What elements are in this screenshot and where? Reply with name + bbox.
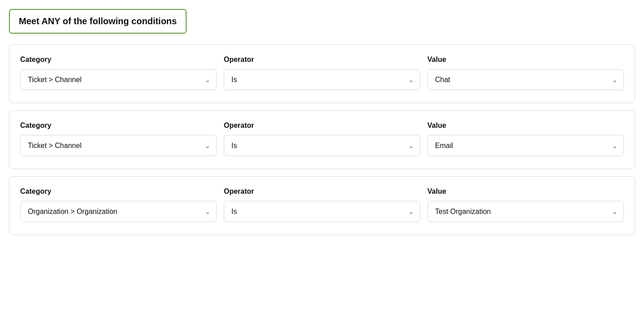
category-field-2: Category Ticket > ChannelOrganization > … xyxy=(20,122,217,156)
category-select-3[interactable]: Ticket > ChannelOrganization > Organizat… xyxy=(20,201,217,222)
value-select-1[interactable]: ChatEmailTest Organization xyxy=(427,69,624,90)
value-field-3: Value ChatEmailTest Organization ⌄ xyxy=(427,187,624,222)
operator-label-1: Operator xyxy=(224,56,420,64)
operator-select-wrapper-1: IsIs not ⌄ xyxy=(224,69,420,90)
category-label-2: Category xyxy=(20,122,217,130)
category-field-3: Category Ticket > ChannelOrganization > … xyxy=(20,187,217,222)
value-select-3[interactable]: ChatEmailTest Organization xyxy=(427,201,624,222)
operator-field-3: Operator IsIs not ⌄ xyxy=(224,187,420,222)
category-select-wrapper-2: Ticket > ChannelOrganization > Organizat… xyxy=(20,135,217,156)
value-label-1: Value xyxy=(427,56,624,64)
condition-row-1: Category Ticket > ChannelOrganization > … xyxy=(9,44,635,103)
category-select-wrapper-1: Ticket > ChannelOrganization > Organizat… xyxy=(20,69,217,90)
value-select-wrapper-3: ChatEmailTest Organization ⌄ xyxy=(427,201,624,222)
category-label-3: Category xyxy=(20,187,217,196)
operator-select-wrapper-2: IsIs not ⌄ xyxy=(224,135,420,156)
category-select-1[interactable]: Ticket > ChannelOrganization > Organizat… xyxy=(20,69,217,90)
category-select-2[interactable]: Ticket > ChannelOrganization > Organizat… xyxy=(20,135,217,156)
operator-select-2[interactable]: IsIs not xyxy=(224,135,420,156)
operator-select-wrapper-3: IsIs not ⌄ xyxy=(224,201,420,222)
condition-row-3: Category Ticket > ChannelOrganization > … xyxy=(9,176,635,235)
condition-grid-1: Category Ticket > ChannelOrganization > … xyxy=(20,56,624,90)
category-select-wrapper-3: Ticket > ChannelOrganization > Organizat… xyxy=(20,201,217,222)
condition-grid-2: Category Ticket > ChannelOrganization > … xyxy=(20,122,624,156)
value-select-wrapper-2: ChatEmailTest Organization ⌄ xyxy=(427,135,624,156)
conditions-list: Category Ticket > ChannelOrganization > … xyxy=(9,44,635,235)
value-label-3: Value xyxy=(427,187,624,196)
operator-label-3: Operator xyxy=(224,187,420,196)
value-select-2[interactable]: ChatEmailTest Organization xyxy=(427,135,624,156)
operator-select-1[interactable]: IsIs not xyxy=(224,69,420,90)
condition-row-2: Category Ticket > ChannelOrganization > … xyxy=(9,110,635,169)
value-select-wrapper-1: ChatEmailTest Organization ⌄ xyxy=(427,69,624,90)
value-field-2: Value ChatEmailTest Organization ⌄ xyxy=(427,122,624,156)
operator-label-2: Operator xyxy=(224,122,420,130)
value-label-2: Value xyxy=(427,122,624,130)
condition-grid-3: Category Ticket > ChannelOrganization > … xyxy=(20,187,624,222)
operator-field-2: Operator IsIs not ⌄ xyxy=(224,122,420,156)
conditions-header: Meet ANY of the following conditions xyxy=(9,9,187,34)
value-field-1: Value ChatEmailTest Organization ⌄ xyxy=(427,56,624,90)
operator-field-1: Operator IsIs not ⌄ xyxy=(224,56,420,90)
conditions-header-wrapper: Meet ANY of the following conditions xyxy=(9,9,635,44)
category-field-1: Category Ticket > ChannelOrganization > … xyxy=(20,56,217,90)
category-label-1: Category xyxy=(20,56,217,64)
operator-select-3[interactable]: IsIs not xyxy=(224,201,420,222)
